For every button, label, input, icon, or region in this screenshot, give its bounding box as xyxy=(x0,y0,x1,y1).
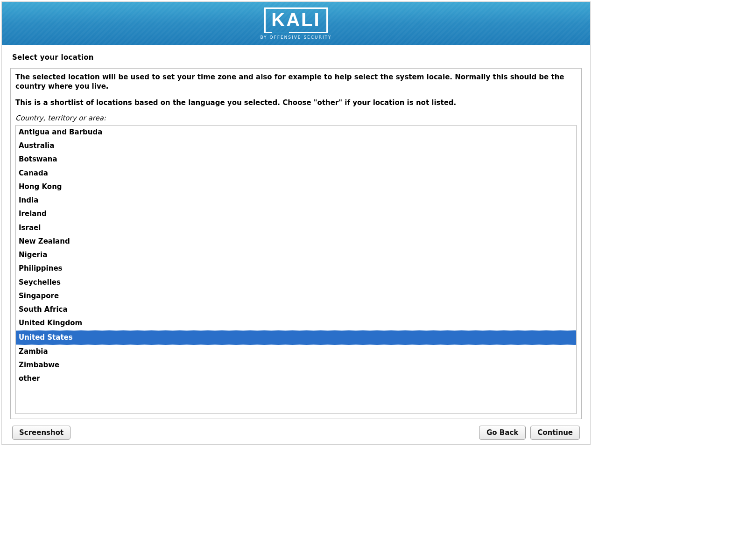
page-title: Select your location xyxy=(10,45,582,68)
location-option[interactable]: Ireland xyxy=(16,207,576,221)
location-option[interactable]: Philippines xyxy=(16,262,576,275)
banner-header: KALI BY OFFENSIVE SECURITY xyxy=(2,2,590,45)
installer-window: KALI BY OFFENSIVE SECURITY Select your l… xyxy=(1,1,591,445)
location-option[interactable]: Zambia xyxy=(16,345,576,358)
location-option[interactable]: Israel xyxy=(16,221,576,235)
location-option[interactable]: Seychelles xyxy=(16,276,576,289)
location-option[interactable]: New Zealand xyxy=(16,235,576,248)
location-option[interactable]: Botswana xyxy=(16,153,576,166)
go-back-button[interactable]: Go Back xyxy=(479,426,526,440)
location-option[interactable]: Singapore xyxy=(16,289,576,303)
location-option[interactable]: Australia xyxy=(16,139,576,153)
location-option[interactable]: Hong Kong xyxy=(16,180,576,194)
location-option[interactable]: Nigeria xyxy=(16,248,576,262)
location-option[interactable]: Canada xyxy=(16,167,576,180)
kali-logo-text: KALI xyxy=(271,10,320,29)
location-option[interactable]: India xyxy=(16,194,576,207)
screenshot-button[interactable]: Screenshot xyxy=(12,426,70,440)
continue-button[interactable]: Continue xyxy=(530,426,580,440)
location-option[interactable]: United Kingdom xyxy=(16,316,576,330)
location-option[interactable]: South Africa xyxy=(16,303,576,316)
button-bar: Screenshot Go Back Continue xyxy=(10,426,582,444)
main-panel: The selected location will be used to se… xyxy=(10,68,582,419)
location-option[interactable]: Zimbabwe xyxy=(16,358,576,372)
location-option[interactable]: Antigua and Barbuda xyxy=(16,126,576,139)
content-area: Select your location The selected locati… xyxy=(2,45,590,444)
location-listbox[interactable]: Antigua and BarbudaAustraliaBotswanaCana… xyxy=(15,125,577,414)
location-option[interactable]: United States xyxy=(16,330,576,345)
field-label: Country, territory or area: xyxy=(15,114,577,122)
kali-logo-subtitle: BY OFFENSIVE SECURITY xyxy=(260,35,331,40)
description-paragraph-1: The selected location will be used to se… xyxy=(15,72,577,91)
location-option[interactable]: other xyxy=(16,372,576,385)
kali-logo: KALI BY OFFENSIVE SECURITY xyxy=(260,7,331,40)
description-paragraph-2: This is a shortlist of locations based o… xyxy=(15,98,577,107)
kali-logo-frame: KALI xyxy=(264,7,327,33)
